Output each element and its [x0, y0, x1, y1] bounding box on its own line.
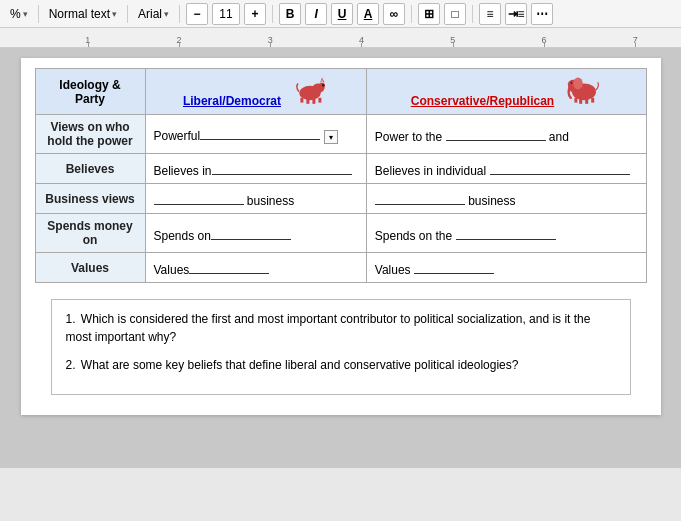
font-size-display[interactable]: 11: [212, 3, 240, 25]
svg-rect-5: [313, 99, 316, 104]
question-1: 1. Which is considered the first and mos…: [66, 310, 616, 346]
svg-point-13: [573, 77, 583, 89]
row-label-0: Views on who hold the power: [35, 115, 145, 154]
divider-1: [38, 5, 39, 23]
italic-button[interactable]: I: [305, 3, 327, 25]
question-2-number: 2.: [66, 358, 76, 372]
ruler-mark-7: 7: [590, 35, 681, 45]
ruler-mark-4: 4: [316, 35, 407, 45]
con-field-0[interactable]: [446, 125, 546, 141]
table-row: Views on who hold the powerPowerful▾Powe…: [35, 115, 646, 154]
ruler-mark-5: 5: [407, 35, 498, 45]
donkey-icon: [292, 75, 328, 105]
col-liberal-header: Liberal/Democrat: [145, 69, 366, 115]
comparison-table: Ideology & Party Liberal/Democrat: [35, 68, 647, 283]
con-prefix-0: Power to the: [375, 130, 446, 144]
more-button[interactable]: ⋯: [531, 3, 553, 25]
con-prefix-1: Believes in individual: [375, 164, 490, 178]
ruler-mark-6: 6: [498, 35, 589, 45]
lib-prefix-0: Powerful: [154, 129, 201, 143]
toolbar: % ▾ Normal text ▾ Arial ▾ − 11 + B I U A…: [0, 0, 681, 28]
row-3-conservative-cell: Spends on the: [366, 214, 646, 253]
lib-field-1[interactable]: [212, 159, 352, 175]
indent-button[interactable]: ⇥≡: [505, 3, 527, 25]
link-button[interactable]: ∞: [383, 3, 405, 25]
ruler-numbers: 1 2 3 4 5 6 7: [0, 35, 681, 45]
row-label-2: Business views: [35, 184, 145, 214]
lib-prefix-1: Believes in: [154, 164, 212, 178]
bold-button[interactable]: B: [279, 3, 301, 25]
lib-field-0[interactable]: [200, 124, 320, 140]
lib-prefix-4: Values: [154, 263, 190, 277]
svg-rect-14: [574, 98, 577, 103]
question-1-number: 1.: [66, 312, 76, 326]
svg-rect-16: [585, 99, 588, 104]
question-1-text: Which is considered the first and most i…: [66, 312, 591, 344]
document-area: Ideology & Party Liberal/Democrat: [0, 48, 681, 468]
decrease-font-button[interactable]: −: [186, 3, 208, 25]
lib-suffix-2: business: [244, 194, 295, 208]
table-row: ValuesValuesValues: [35, 253, 646, 283]
row-2-conservative-cell: business: [366, 184, 646, 214]
divider-5: [411, 5, 412, 23]
lib-field-4[interactable]: [189, 258, 269, 274]
insert-table-button[interactable]: ⊞: [418, 3, 440, 25]
font-style-arrow: ▾: [112, 9, 117, 19]
percent-dropdown-arrow: ▾: [23, 9, 28, 19]
con-field-2[interactable]: [375, 189, 465, 205]
conservative-republican-label: Conservative/Republican: [411, 94, 554, 108]
con-field-3[interactable]: [456, 224, 556, 240]
increase-font-button[interactable]: +: [244, 3, 266, 25]
con-field-4[interactable]: [414, 258, 494, 274]
percent-button[interactable]: % ▾: [6, 5, 32, 23]
ruler-mark-3: 3: [225, 35, 316, 45]
table-body: Views on who hold the powerPowerful▾Powe…: [35, 115, 646, 283]
row-1-conservative-cell: Believes in individual: [366, 154, 646, 184]
lib-prefix-3: Spends on: [154, 229, 211, 243]
percent-label: %: [10, 7, 21, 21]
lib-field-2[interactable]: [154, 189, 244, 205]
question-2: 2. What are some key beliefs that define…: [66, 356, 616, 374]
svg-rect-4: [307, 99, 310, 104]
row-4-conservative-cell: Values: [366, 253, 646, 283]
strikethrough-button[interactable]: A: [357, 3, 379, 25]
row-label-1: Believes: [35, 154, 145, 184]
insert-image-button[interactable]: □: [444, 3, 466, 25]
align-button[interactable]: ≡: [479, 3, 501, 25]
svg-point-7: [322, 84, 324, 86]
svg-point-18: [570, 82, 572, 84]
row-3-liberal-cell: Spends on: [145, 214, 366, 253]
lib-field-3[interactable]: [211, 224, 291, 240]
row-2-liberal-cell: business: [145, 184, 366, 214]
divider-2: [127, 5, 128, 23]
con-suffix-0: and: [546, 130, 569, 144]
liberal-democrat-label: Liberal/Democrat: [183, 94, 281, 108]
font-style-button[interactable]: Normal text ▾: [45, 5, 121, 23]
question-2-text: What are some key beliefs that define li…: [81, 358, 519, 372]
col-conservative-header: Conservative/Republican: [366, 69, 646, 115]
col-ideology-header: Ideology & Party: [35, 69, 145, 115]
ruler: 1 2 3 4 5 6 7: [0, 28, 681, 48]
font-face-arrow: ▾: [164, 9, 169, 19]
font-face-button[interactable]: Arial ▾: [134, 5, 173, 23]
table-row: Business views business business: [35, 184, 646, 214]
table-row: Spends money onSpends onSpends on the: [35, 214, 646, 253]
row-4-liberal-cell: Values: [145, 253, 366, 283]
row-1-liberal-cell: Believes in: [145, 154, 366, 184]
elephant-icon: [566, 75, 602, 105]
con-suffix-2: business: [465, 194, 516, 208]
svg-rect-3: [301, 98, 304, 103]
divider-6: [472, 5, 473, 23]
table-row: BelievesBelieves inBelieves in individua…: [35, 154, 646, 184]
svg-rect-6: [319, 98, 322, 103]
con-prefix-3: Spends on the: [375, 229, 456, 243]
font-face-label: Arial: [138, 7, 162, 21]
lib-dropdown-0[interactable]: ▾: [324, 130, 338, 144]
underline-button[interactable]: U: [331, 3, 353, 25]
font-style-label: Normal text: [49, 7, 110, 21]
table-header-row: Ideology & Party Liberal/Democrat: [35, 69, 646, 115]
ruler-mark-2: 2: [133, 35, 224, 45]
questions-box: 1. Which is considered the first and mos…: [51, 299, 631, 395]
con-field-1[interactable]: [490, 159, 630, 175]
divider-4: [272, 5, 273, 23]
